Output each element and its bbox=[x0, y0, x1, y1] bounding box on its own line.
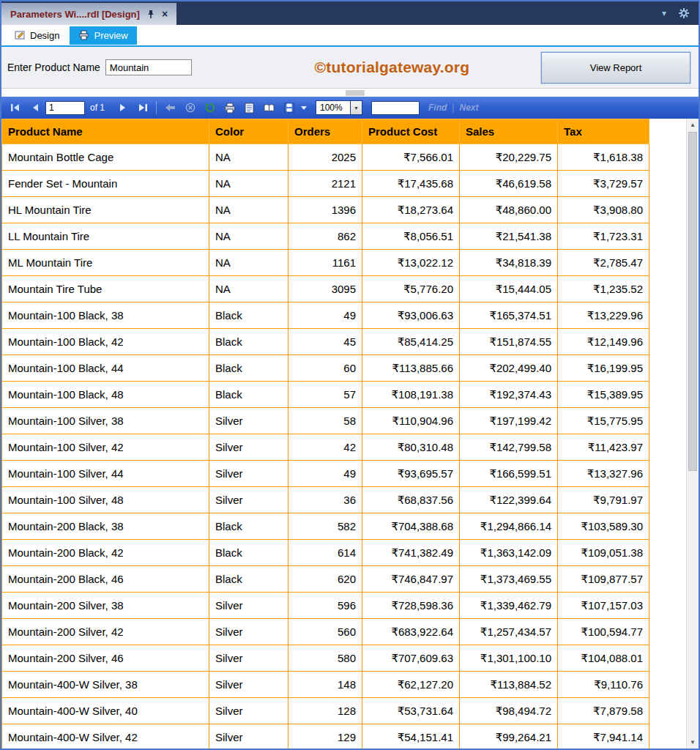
table-cell: ₹17,435.68 bbox=[362, 171, 460, 197]
print-layout-icon[interactable] bbox=[240, 100, 258, 116]
product-name-input[interactable] bbox=[105, 59, 192, 75]
scrollbar-track[interactable] bbox=[687, 131, 699, 736]
refresh-icon[interactable] bbox=[201, 100, 219, 116]
table-cell: 58 bbox=[288, 408, 362, 434]
table-cell: 148 bbox=[288, 672, 362, 698]
export-dropdown-icon[interactable] bbox=[299, 100, 308, 116]
table-cell: NA bbox=[209, 197, 288, 223]
splitter-handle[interactable] bbox=[346, 90, 365, 96]
close-icon[interactable]: × bbox=[162, 9, 168, 19]
table-cell: NA bbox=[209, 250, 288, 276]
table-cell: Black bbox=[209, 513, 288, 540]
table-cell: ₹107,157.03 bbox=[558, 593, 649, 619]
table-cell: 49 bbox=[288, 461, 362, 487]
table-cell: Mountain-400-W Silver, 42 bbox=[2, 724, 209, 749]
table-cell: Mountain-200 Black, 38 bbox=[2, 513, 209, 540]
previous-page-icon[interactable] bbox=[26, 100, 44, 116]
table-cell: 45 bbox=[288, 329, 362, 355]
table-cell: Mountain-200 Silver, 42 bbox=[2, 619, 209, 645]
page-setup-icon[interactable] bbox=[260, 100, 278, 116]
table-row: Mountain-200 Black, 46Black620₹746,847.9… bbox=[2, 566, 649, 593]
back-to-parent-icon[interactable] bbox=[161, 100, 179, 116]
column-header: Color bbox=[209, 119, 288, 144]
table-cell: Mountain-400-W Silver, 38 bbox=[2, 672, 209, 698]
document-tab[interactable]: Parameters Wi....rdl [Design] × bbox=[1, 3, 176, 25]
tab-design[interactable]: Design bbox=[6, 26, 68, 45]
table-cell: ₹707,609.63 bbox=[362, 645, 460, 672]
column-header: Product Name bbox=[2, 119, 209, 144]
last-page-icon[interactable] bbox=[133, 100, 152, 116]
table-cell: ₹13,327.96 bbox=[558, 461, 649, 487]
table-cell: ₹9,791.97 bbox=[558, 487, 649, 513]
table-cell: 1396 bbox=[288, 197, 362, 223]
find-input[interactable] bbox=[371, 101, 420, 115]
table-cell: ₹13,022.12 bbox=[362, 250, 460, 276]
zoom-dropdown-icon[interactable]: ▼ bbox=[351, 100, 362, 115]
table-cell: ₹2,785.47 bbox=[558, 250, 649, 276]
table-cell: ₹3,908.80 bbox=[558, 197, 649, 223]
table-cell: ₹80,310.48 bbox=[362, 434, 460, 461]
chevron-down-icon[interactable]: ▾ bbox=[662, 8, 666, 18]
table-cell: Mountain-200 Black, 42 bbox=[2, 540, 209, 566]
table-row: ML Mountain TireNA1161₹13,022.12₹34,818.… bbox=[2, 250, 649, 276]
table-row: Mountain-200 Silver, 38Silver596₹728,598… bbox=[2, 593, 649, 619]
table-cell: Silver bbox=[209, 461, 288, 487]
table-row: Mountain-400-W Silver, 38Silver148₹62,12… bbox=[2, 672, 649, 698]
tab-preview[interactable]: Preview bbox=[70, 26, 136, 45]
find-link[interactable]: Find bbox=[428, 103, 447, 113]
table-cell: 42 bbox=[288, 434, 362, 461]
page-number-input[interactable] bbox=[45, 101, 85, 115]
stop-icon[interactable] bbox=[181, 100, 199, 116]
next-page-icon[interactable] bbox=[113, 100, 132, 116]
table-cell: ₹54,151.41 bbox=[362, 724, 460, 749]
table-cell: 60 bbox=[288, 355, 362, 382]
zoom-combobox[interactable]: 100% ▼ bbox=[316, 100, 362, 115]
table-cell: ₹1,363,142.09 bbox=[460, 540, 558, 566]
table-cell: 57 bbox=[288, 382, 362, 408]
table-cell: Mountain-100 Black, 48 bbox=[2, 382, 209, 408]
page-count-label: of 1 bbox=[90, 103, 105, 113]
table-cell: Mountain-200 Silver, 46 bbox=[2, 645, 209, 672]
report-viewer-body: Product NameColorOrdersProduct CostSales… bbox=[1, 119, 699, 749]
table-cell: ₹746,847.97 bbox=[362, 566, 460, 593]
table-cell: ₹741,382.49 bbox=[362, 540, 460, 566]
table-row: Mountain-100 Black, 38Black49₹93,006.63₹… bbox=[2, 302, 649, 329]
table-cell: ₹15,775.95 bbox=[558, 408, 649, 434]
title-bar: Parameters Wi....rdl [Design] × ▾ bbox=[1, 1, 699, 25]
table-cell: ₹122,399.64 bbox=[460, 487, 558, 513]
table-cell: 580 bbox=[288, 645, 362, 672]
table-cell: ₹98,494.72 bbox=[460, 698, 558, 724]
table-cell: ₹11,423.97 bbox=[558, 434, 649, 461]
table-cell: 36 bbox=[288, 487, 362, 513]
first-page-icon[interactable] bbox=[6, 100, 24, 116]
view-report-button[interactable]: View Report bbox=[541, 52, 690, 83]
table-cell: ₹109,051.38 bbox=[558, 540, 649, 566]
table-cell: Silver bbox=[209, 645, 288, 672]
table-row: Mountain-400-W Silver, 42Silver129₹54,15… bbox=[2, 724, 649, 749]
scrollbar-thumb[interactable] bbox=[688, 132, 697, 471]
table-cell: ₹68,837.56 bbox=[362, 487, 460, 513]
export-icon[interactable] bbox=[280, 100, 298, 116]
table-cell: Mountain-100 Silver, 42 bbox=[2, 434, 209, 461]
table-cell: ₹151,874.55 bbox=[460, 329, 558, 355]
gear-icon[interactable] bbox=[678, 7, 690, 19]
table-cell: ₹197,199.42 bbox=[460, 408, 558, 434]
pin-icon[interactable] bbox=[146, 10, 155, 19]
document-tab-title: Parameters Wi....rdl [Design] bbox=[10, 9, 140, 20]
vertical-scrollbar[interactable]: ▲ ▼ bbox=[686, 119, 699, 749]
report-toolbar: of 1 100% bbox=[1, 97, 699, 119]
scroll-down-icon[interactable]: ▼ bbox=[687, 736, 699, 749]
table-row: Mountain-100 Silver, 48Silver36₹68,837.5… bbox=[2, 487, 649, 513]
table-cell: ₹8,056.51 bbox=[362, 223, 460, 250]
table-cell: Mountain-100 Black, 44 bbox=[2, 355, 209, 382]
table-cell: ₹108,191.38 bbox=[362, 382, 460, 408]
table-row: Mountain Tire TubeNA3095₹5,776.20₹15,444… bbox=[2, 276, 649, 302]
scroll-up-icon[interactable]: ▲ bbox=[687, 119, 699, 131]
table-cell: ₹142,799.58 bbox=[460, 434, 558, 461]
next-link[interactable]: Next bbox=[459, 103, 478, 113]
table-cell: Black bbox=[209, 566, 288, 593]
print-icon[interactable] bbox=[220, 100, 239, 116]
table-cell: Silver bbox=[209, 672, 288, 698]
table-cell: Mountain-100 Silver, 48 bbox=[2, 487, 209, 513]
table-cell: 3095 bbox=[288, 276, 362, 302]
